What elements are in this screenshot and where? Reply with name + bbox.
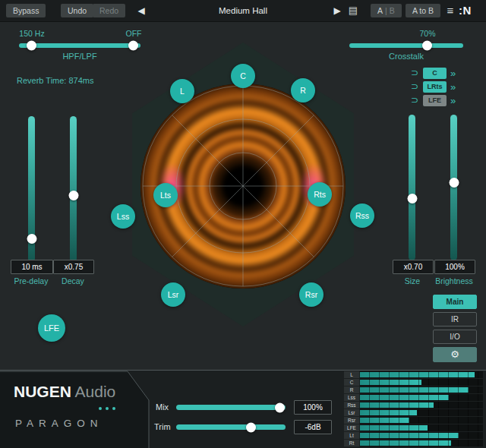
trim-slider[interactable]: [176, 424, 286, 430]
io-view-button[interactable]: I/O: [433, 330, 477, 344]
ab-b-label: B: [390, 6, 395, 15]
preset-list-icon[interactable]: ▤: [346, 0, 360, 21]
channel-node-rsr[interactable]: Rsr: [299, 282, 323, 307]
meter-row: L: [344, 371, 483, 378]
pre-delay-handle[interactable]: [27, 234, 36, 244]
meter-channel-label: LFE: [344, 424, 359, 431]
meter-row: Rsr: [344, 417, 483, 424]
menu-icon[interactable]: ≡: [443, 0, 457, 21]
meter-bar: [360, 380, 421, 385]
bypass-button[interactable]: Bypass: [6, 4, 46, 17]
meter-track: [360, 417, 483, 424]
nugen-n-logo: :N: [459, 0, 472, 21]
channel-node-r[interactable]: R: [291, 78, 315, 103]
brand-logo: NUGEN Audio: [14, 383, 115, 401]
meter-row: Lt: [344, 432, 483, 439]
reverb-time-readout: Reverb Time: 874ms: [17, 76, 93, 85]
meter-bar: [360, 433, 459, 438]
decay-label: Decay: [43, 276, 103, 286]
meter-track: [360, 409, 483, 416]
main-view-button[interactable]: Main: [433, 295, 477, 309]
meter-channel-label: Rss: [344, 402, 359, 409]
crosstalk-slider[interactable]: [349, 43, 463, 48]
lpf-handle[interactable]: [128, 41, 138, 51]
channel-node-l[interactable]: L: [170, 79, 194, 103]
routing-in-icon[interactable]: ⊃: [409, 81, 421, 92]
channel-node-c[interactable]: C: [231, 64, 255, 88]
channel-node-lts[interactable]: Lts: [153, 183, 178, 207]
routing-in-icon[interactable]: ⊃: [409, 95, 421, 106]
paragon-plugin-window: Bypass Undo Redo ◀ Medium Hall ▶ ▤ A|B A…: [0, 0, 486, 448]
brightness-value[interactable]: 100%: [434, 260, 475, 274]
redo-button[interactable]: Redo: [93, 4, 125, 17]
meter-channel-label: L: [344, 371, 359, 378]
meter-channel-label: Lt: [344, 432, 359, 439]
routing-lrts-button[interactable]: LRts: [423, 81, 447, 93]
hpf-lpf-slider[interactable]: [19, 43, 140, 48]
meter-channel-label: R: [344, 386, 359, 393]
decay-slider[interactable]: [70, 116, 77, 262]
brightness-slider[interactable]: [450, 115, 457, 260]
meter-channel-label: Lss: [344, 394, 359, 401]
meter-bar: [360, 402, 434, 408]
meter-row: Rss: [344, 402, 483, 409]
meter-track: [360, 394, 483, 401]
trim-label: Trim: [154, 422, 171, 431]
channel-node-rss[interactable]: Rss: [350, 203, 374, 228]
meter-bar: [360, 440, 451, 446]
channel-node-lsr[interactable]: Lsr: [161, 282, 185, 307]
brand-audio: Audio: [75, 383, 116, 400]
decay-value[interactable]: x0.75: [53, 260, 94, 274]
mix-value[interactable]: 100%: [294, 400, 332, 415]
meter-bar: [360, 372, 475, 377]
meter-row: Lss: [344, 394, 483, 401]
brand-dots: [99, 407, 115, 410]
a-to-b-button[interactable]: A to B: [406, 4, 440, 17]
ir-view-button[interactable]: IR: [433, 312, 477, 327]
pre-delay-value[interactable]: 10 ms: [11, 260, 53, 274]
pre-delay-slider[interactable]: [28, 116, 35, 262]
brightness-handle[interactable]: [449, 178, 459, 188]
routing-c-button[interactable]: C: [423, 68, 447, 79]
routing-lfe-button[interactable]: LFE: [423, 95, 447, 106]
settings-gear-button[interactable]: ⚙: [433, 347, 477, 362]
meter-row: LFE: [344, 424, 483, 431]
channel-node-rts[interactable]: Rts: [308, 182, 332, 207]
trim-value[interactable]: -6dB: [294, 420, 332, 434]
preset-name[interactable]: Medium Hall: [175, 0, 311, 21]
hpf-value-label: 150 Hz: [9, 29, 55, 38]
routing-in-icon[interactable]: ⊃: [409, 68, 421, 78]
ab-a-label: A: [377, 6, 383, 15]
routing-out-icon[interactable]: »: [450, 95, 464, 106]
routing-out-icon[interactable]: »: [450, 68, 464, 79]
channel-node-lss[interactable]: Lss: [111, 204, 135, 229]
meter-list: LCRLssRssLsrRsrLFELtRt: [344, 371, 483, 446]
crosstalk-label: Crosstalk: [349, 52, 463, 61]
brand-nugen: NUGEN: [14, 383, 71, 400]
next-preset-icon[interactable]: ▶: [330, 0, 345, 21]
mix-slider[interactable]: [176, 405, 286, 410]
meter-track: [360, 379, 483, 386]
meter-bar: [360, 387, 469, 393]
undo-button[interactable]: Undo: [61, 4, 93, 17]
size-handle[interactable]: [407, 194, 417, 203]
routing-out-icon[interactable]: »: [450, 81, 464, 93]
hpf-handle[interactable]: [27, 41, 36, 51]
size-value[interactable]: x0.70: [393, 260, 434, 274]
lpf-value-label: OFF: [111, 29, 156, 38]
size-slider[interactable]: [409, 115, 415, 260]
crosstalk-value-label: 70%: [405, 29, 450, 38]
ab-compare-button[interactable]: A|B: [371, 4, 402, 17]
previous-preset-icon[interactable]: ◀: [134, 0, 149, 21]
mix-handle[interactable]: [275, 402, 285, 412]
ab-divider: |: [383, 6, 390, 15]
meter-track: [360, 402, 483, 409]
hpf-lpf-label: HPF/LPF: [19, 52, 140, 61]
decay-handle[interactable]: [68, 191, 78, 200]
meter-track: [360, 424, 483, 431]
meter-channel-label: Rsr: [344, 417, 359, 424]
meter-bar: [360, 410, 417, 415]
crosstalk-handle[interactable]: [422, 41, 432, 51]
channel-node-lfe[interactable]: LFE: [38, 314, 65, 342]
trim-handle[interactable]: [246, 422, 256, 432]
